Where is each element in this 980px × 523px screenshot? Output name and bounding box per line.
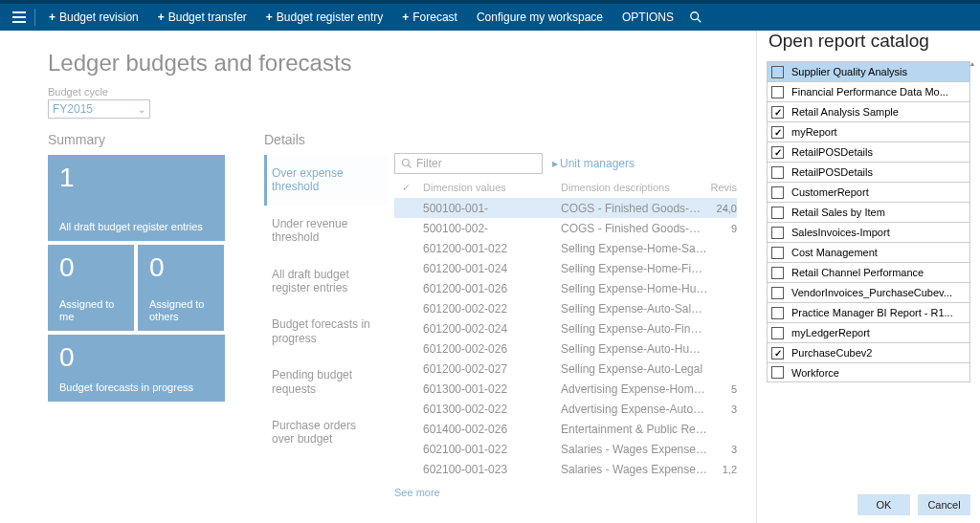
tile-assigned-me[interactable]: 0 Assigned to me: [48, 245, 134, 331]
search-icon[interactable]: [689, 11, 702, 24]
report-item[interactable]: Practice Manager BI Report - R1...: [767, 302, 970, 322]
table-row[interactable]: 601300-001-022Advertising Expense-Home-S…: [394, 379, 737, 399]
col-dimension-values[interactable]: Dimension values: [417, 182, 561, 194]
report-item[interactable]: RetailPOSDetails: [767, 162, 970, 182]
checkbox[interactable]: [771, 366, 784, 379]
tile-draft-entries[interactable]: 1 All draft budget register entries: [48, 155, 225, 241]
checkbox[interactable]: [771, 347, 784, 360]
checkbox[interactable]: [771, 86, 784, 98]
table-row[interactable]: 602100-001-022Salaries - Wages Expense-H…: [394, 439, 737, 459]
cell-desc: Selling Expense-Auto-Finance: [561, 322, 708, 336]
check-icon[interactable]: ✓: [394, 182, 417, 194]
cell-desc: Salaries - Wages Expense-Hom...: [561, 463, 708, 476]
tab-all-draft[interactable]: All draft budget register entries: [264, 256, 389, 307]
checkbox[interactable]: [771, 227, 784, 239]
budget-register-entry-button[interactable]: +Budget register entry: [256, 11, 392, 24]
report-item[interactable]: Retail Channel Performance: [767, 262, 970, 282]
table-row[interactable]: 601200-001-022Selling Expense-Home-Sales…: [394, 238, 737, 258]
tab-under-revenue[interactable]: Under revenue threshold: [264, 206, 389, 256]
tile-label: Assigned to me: [59, 298, 122, 323]
svg-rect-2: [12, 21, 26, 23]
checkbox[interactable]: [771, 106, 784, 119]
tab-forecasts[interactable]: Budget forecasts in progress: [264, 306, 389, 357]
cell-rev: 24,0: [708, 203, 737, 214]
menu-icon[interactable]: [8, 6, 31, 29]
tab-po-over[interactable]: Purchase orders over budget: [264, 407, 389, 458]
cell-dim: 601200-001-022: [417, 242, 561, 255]
report-item[interactable]: VendorInvoices_PurchaseCubev...: [767, 282, 970, 302]
grid-filter-input[interactable]: Filter: [394, 153, 543, 174]
checkbox[interactable]: [771, 186, 784, 199]
tile-assigned-others[interactable]: 0 Assigned to others: [138, 245, 224, 331]
checkbox[interactable]: [771, 267, 784, 279]
configure-workspace-button[interactable]: Configure my workspace: [467, 11, 612, 24]
scrollbar[interactable]: ▴: [970, 59, 980, 483]
cell-desc: Salaries - Wages Expense-Hom...: [561, 443, 708, 456]
tab-pending[interactable]: Pending budget requests: [264, 357, 389, 407]
page-title: Ledger budgets and forecasts: [48, 50, 737, 76]
report-label: Supplier Quality Analysis: [791, 66, 907, 77]
table-row[interactable]: 601300-002-022Advertising Expense-Auto-S…: [394, 399, 737, 419]
filter-placeholder: Filter: [416, 157, 442, 170]
checkbox[interactable]: [771, 166, 784, 179]
see-more-link[interactable]: See more: [394, 487, 737, 498]
tab-over-expense[interactable]: Over expense threshold: [264, 155, 389, 206]
report-item[interactable]: CustomerReport: [767, 182, 970, 202]
table-row[interactable]: 602100-001-023Salaries - Wages Expense-H…: [394, 459, 737, 479]
report-item[interactable]: SalesInvoices-Import: [767, 222, 970, 242]
cell-dim: 601400-002-026: [417, 423, 561, 436]
budget-transfer-button[interactable]: +Budget transfer: [148, 11, 256, 24]
cell-desc: COGS - Finished Goods-Home-: [561, 202, 708, 215]
label: Unit managers: [560, 157, 635, 170]
report-item[interactable]: PurchaseCubev2: [767, 342, 970, 362]
report-item[interactable]: myReport: [767, 121, 970, 142]
budget-revision-button[interactable]: +Budget revision: [39, 11, 148, 24]
report-item[interactable]: Retail Sales by Item: [767, 202, 970, 222]
table-row[interactable]: 601200-001-026Selling Expense-Home-Human…: [394, 278, 737, 298]
cell-dim: 601200-001-024: [417, 262, 561, 275]
report-label: Workforce: [791, 367, 839, 379]
table-row[interactable]: 601200-002-027Selling Expense-Auto-Legal: [394, 359, 737, 379]
table-row[interactable]: 601200-002-026Selling Expense-Auto-Human…: [394, 338, 737, 359]
svg-point-5: [403, 160, 410, 166]
table-row[interactable]: 601200-001-024Selling Expense-Home-Finan…: [394, 258, 737, 278]
cell-dim: 500100-002-: [417, 222, 561, 235]
report-label: Cost Management: [791, 247, 878, 258]
report-item[interactable]: myLedgerReport: [767, 322, 970, 342]
table-row[interactable]: 500100-001-COGS - Finished Goods-Home-24…: [394, 198, 737, 218]
col-revised[interactable]: Revis: [708, 182, 737, 194]
checkbox[interactable]: [771, 146, 784, 159]
table-row[interactable]: 500100-002-COGS - Finished Goods-Auto-9: [394, 218, 737, 238]
checkbox[interactable]: [771, 247, 784, 259]
checkbox[interactable]: [771, 327, 784, 339]
ok-button[interactable]: OK: [858, 494, 910, 515]
tile-number: 1: [59, 164, 213, 191]
report-item[interactable]: Retail Analysis Sample: [767, 101, 970, 121]
report-item[interactable]: Supplier Quality Analysis: [767, 61, 970, 81]
checkbox[interactable]: [771, 207, 784, 219]
report-label: myLedgerReport: [791, 327, 870, 338]
report-label: Retail Sales by Item: [791, 207, 885, 218]
col-dimension-descriptions[interactable]: Dimension descriptions: [561, 182, 708, 194]
report-item[interactable]: RetailPOSDetails: [767, 142, 970, 162]
table-row[interactable]: 601200-002-024Selling Expense-Auto-Finan…: [394, 318, 737, 338]
table-row[interactable]: 601400-002-026Entertainment & Public Rel…: [394, 419, 737, 439]
table-row[interactable]: 601200-002-022Selling Expense-Auto-Sales…: [394, 298, 737, 318]
report-label: Financial Performance Data Mo...: [791, 86, 948, 98]
report-label: Retail Analysis Sample: [791, 106, 899, 118]
budget-cycle-select[interactable]: FY2015 ⌄: [48, 99, 150, 119]
report-item[interactable]: Financial Performance Data Mo...: [767, 81, 970, 101]
unit-managers-link[interactable]: ▶ Unit managers: [552, 157, 635, 170]
tile-forecasts[interactable]: 0 Budget forecasts in progress: [48, 335, 225, 402]
checkbox[interactable]: [771, 66, 784, 78]
checkbox[interactable]: [771, 126, 784, 139]
checkbox[interactable]: [771, 307, 784, 319]
report-item[interactable]: Cost Management: [767, 242, 970, 262]
report-item[interactable]: Workforce: [767, 362, 970, 382]
forecast-button[interactable]: +Forecast: [392, 11, 467, 24]
checkbox[interactable]: [771, 287, 784, 299]
svg-point-3: [691, 12, 699, 20]
cancel-button[interactable]: Cancel: [918, 494, 970, 515]
tile-number: 0: [59, 344, 213, 371]
options-button[interactable]: OPTIONS: [612, 11, 683, 24]
